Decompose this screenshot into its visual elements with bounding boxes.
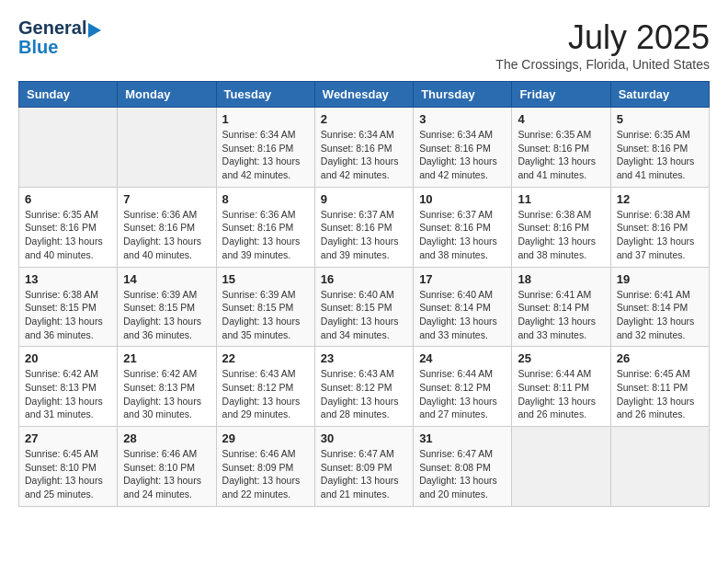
column-header-wednesday: Wednesday [314, 82, 413, 108]
day-number: 15 [222, 272, 309, 286]
cell-info: Sunrise: 6:43 AM Sunset: 8:12 PM Dayligh… [222, 367, 309, 421]
day-number: 24 [419, 351, 506, 365]
day-number: 28 [123, 431, 210, 445]
cell-info: Sunrise: 6:34 AM Sunset: 8:16 PM Dayligh… [419, 128, 506, 182]
column-header-tuesday: Tuesday [216, 82, 314, 108]
calendar-cell: 7Sunrise: 6:36 AM Sunset: 8:16 PM Daylig… [118, 187, 216, 267]
cell-info: Sunrise: 6:37 AM Sunset: 8:16 PM Dayligh… [419, 208, 506, 262]
logo: General Blue [18, 18, 101, 58]
calendar-cell: 9Sunrise: 6:37 AM Sunset: 8:16 PM Daylig… [314, 187, 413, 267]
calendar-cell: 14Sunrise: 6:39 AM Sunset: 8:15 PM Dayli… [118, 267, 216, 347]
day-number: 4 [518, 112, 604, 126]
day-number: 29 [222, 431, 309, 445]
calendar-cell: 5Sunrise: 6:35 AM Sunset: 8:16 PM Daylig… [610, 108, 709, 188]
day-number: 17 [419, 272, 506, 286]
cell-info: Sunrise: 6:35 AM Sunset: 8:16 PM Dayligh… [617, 128, 703, 182]
cell-info: Sunrise: 6:35 AM Sunset: 8:16 PM Dayligh… [25, 208, 111, 262]
calendar-cell: 28Sunrise: 6:46 AM Sunset: 8:10 PM Dayli… [118, 427, 216, 507]
column-header-thursday: Thursday [414, 82, 512, 108]
day-number: 21 [123, 351, 210, 365]
cell-info: Sunrise: 6:39 AM Sunset: 8:15 PM Dayligh… [222, 288, 309, 342]
calendar-table: SundayMondayTuesdayWednesdayThursdayFrid… [18, 81, 710, 507]
cell-info: Sunrise: 6:39 AM Sunset: 8:15 PM Dayligh… [123, 288, 210, 342]
cell-info: Sunrise: 6:45 AM Sunset: 8:11 PM Dayligh… [617, 367, 703, 421]
calendar-cell: 4Sunrise: 6:35 AM Sunset: 8:16 PM Daylig… [512, 108, 610, 188]
cell-info: Sunrise: 6:47 AM Sunset: 8:08 PM Dayligh… [419, 447, 506, 501]
day-number: 10 [419, 192, 506, 206]
day-number: 25 [518, 351, 604, 365]
calendar-cell: 13Sunrise: 6:38 AM Sunset: 8:15 PM Dayli… [19, 267, 118, 347]
calendar-cell: 25Sunrise: 6:44 AM Sunset: 8:11 PM Dayli… [512, 347, 610, 427]
calendar-cell: 1Sunrise: 6:34 AM Sunset: 8:16 PM Daylig… [216, 108, 314, 188]
subtitle: The Crossings, Florida, United States [495, 57, 710, 72]
cell-info: Sunrise: 6:41 AM Sunset: 8:14 PM Dayligh… [617, 288, 703, 342]
calendar-cell: 2Sunrise: 6:34 AM Sunset: 8:16 PM Daylig… [314, 108, 413, 188]
day-number: 7 [123, 192, 210, 206]
column-header-saturday: Saturday [610, 82, 709, 108]
day-number: 9 [321, 192, 407, 206]
day-number: 11 [518, 192, 604, 206]
calendar-cell: 15Sunrise: 6:39 AM Sunset: 8:15 PM Dayli… [216, 267, 314, 347]
cell-info: Sunrise: 6:43 AM Sunset: 8:12 PM Dayligh… [321, 367, 407, 421]
cell-info: Sunrise: 6:42 AM Sunset: 8:13 PM Dayligh… [123, 367, 210, 421]
calendar-cell: 17Sunrise: 6:40 AM Sunset: 8:14 PM Dayli… [414, 267, 512, 347]
calendar-cell [610, 427, 709, 507]
cell-info: Sunrise: 6:38 AM Sunset: 8:16 PM Dayligh… [518, 208, 604, 262]
calendar-cell [118, 108, 216, 188]
calendar-cell: 16Sunrise: 6:40 AM Sunset: 8:15 PM Dayli… [314, 267, 413, 347]
cell-info: Sunrise: 6:44 AM Sunset: 8:12 PM Dayligh… [419, 367, 506, 421]
day-number: 5 [617, 112, 703, 126]
calendar-cell: 29Sunrise: 6:46 AM Sunset: 8:09 PM Dayli… [216, 427, 314, 507]
calendar-cell: 23Sunrise: 6:43 AM Sunset: 8:12 PM Dayli… [314, 347, 413, 427]
calendar-cell: 8Sunrise: 6:36 AM Sunset: 8:16 PM Daylig… [216, 187, 314, 267]
calendar-cell: 6Sunrise: 6:35 AM Sunset: 8:16 PM Daylig… [19, 187, 118, 267]
day-number: 13 [25, 272, 111, 286]
cell-info: Sunrise: 6:36 AM Sunset: 8:16 PM Dayligh… [123, 208, 210, 262]
day-number: 6 [25, 192, 111, 206]
day-number: 23 [321, 351, 407, 365]
cell-info: Sunrise: 6:46 AM Sunset: 8:09 PM Dayligh… [222, 447, 309, 501]
day-number: 2 [321, 112, 407, 126]
calendar-cell: 12Sunrise: 6:38 AM Sunset: 8:16 PM Dayli… [610, 187, 709, 267]
cell-info: Sunrise: 6:34 AM Sunset: 8:16 PM Dayligh… [222, 128, 309, 182]
calendar-cell: 19Sunrise: 6:41 AM Sunset: 8:14 PM Dayli… [610, 267, 709, 347]
calendar-cell: 24Sunrise: 6:44 AM Sunset: 8:12 PM Dayli… [414, 347, 512, 427]
calendar-cell: 30Sunrise: 6:47 AM Sunset: 8:09 PM Dayli… [314, 427, 413, 507]
day-number: 26 [617, 351, 703, 365]
header: General Blue July 2025 The Crossings, Fl… [18, 18, 710, 72]
day-number: 30 [321, 431, 407, 445]
calendar-cell: 31Sunrise: 6:47 AM Sunset: 8:08 PM Dayli… [414, 427, 512, 507]
column-header-friday: Friday [512, 82, 610, 108]
calendar-cell [512, 427, 610, 507]
day-number: 8 [222, 192, 309, 206]
cell-info: Sunrise: 6:35 AM Sunset: 8:16 PM Dayligh… [518, 128, 604, 182]
cell-info: Sunrise: 6:40 AM Sunset: 8:15 PM Dayligh… [321, 288, 407, 342]
cell-info: Sunrise: 6:44 AM Sunset: 8:11 PM Dayligh… [518, 367, 604, 421]
cell-info: Sunrise: 6:36 AM Sunset: 8:16 PM Dayligh… [222, 208, 309, 262]
day-number: 3 [419, 112, 506, 126]
logo-blue: Blue [18, 37, 58, 57]
calendar-cell: 11Sunrise: 6:38 AM Sunset: 8:16 PM Dayli… [512, 187, 610, 267]
day-number: 19 [617, 272, 703, 286]
main-title: July 2025 [495, 18, 710, 57]
column-header-monday: Monday [118, 82, 216, 108]
calendar-cell: 21Sunrise: 6:42 AM Sunset: 8:13 PM Dayli… [118, 347, 216, 427]
day-number: 18 [518, 272, 604, 286]
cell-info: Sunrise: 6:45 AM Sunset: 8:10 PM Dayligh… [25, 447, 111, 501]
cell-info: Sunrise: 6:41 AM Sunset: 8:14 PM Dayligh… [518, 288, 604, 342]
column-header-sunday: Sunday [19, 82, 118, 108]
cell-info: Sunrise: 6:38 AM Sunset: 8:16 PM Dayligh… [617, 208, 703, 262]
day-number: 14 [123, 272, 210, 286]
calendar-cell: 27Sunrise: 6:45 AM Sunset: 8:10 PM Dayli… [19, 427, 118, 507]
cell-info: Sunrise: 6:47 AM Sunset: 8:09 PM Dayligh… [321, 447, 407, 501]
cell-info: Sunrise: 6:34 AM Sunset: 8:16 PM Dayligh… [321, 128, 407, 182]
day-number: 1 [222, 112, 309, 126]
day-number: 22 [222, 351, 309, 365]
calendar-cell: 3Sunrise: 6:34 AM Sunset: 8:16 PM Daylig… [414, 108, 512, 188]
day-number: 12 [617, 192, 703, 206]
calendar-cell: 18Sunrise: 6:41 AM Sunset: 8:14 PM Dayli… [512, 267, 610, 347]
day-number: 20 [25, 351, 111, 365]
calendar-cell: 26Sunrise: 6:45 AM Sunset: 8:11 PM Dayli… [610, 347, 709, 427]
cell-info: Sunrise: 6:46 AM Sunset: 8:10 PM Dayligh… [123, 447, 210, 501]
cell-info: Sunrise: 6:40 AM Sunset: 8:14 PM Dayligh… [419, 288, 506, 342]
